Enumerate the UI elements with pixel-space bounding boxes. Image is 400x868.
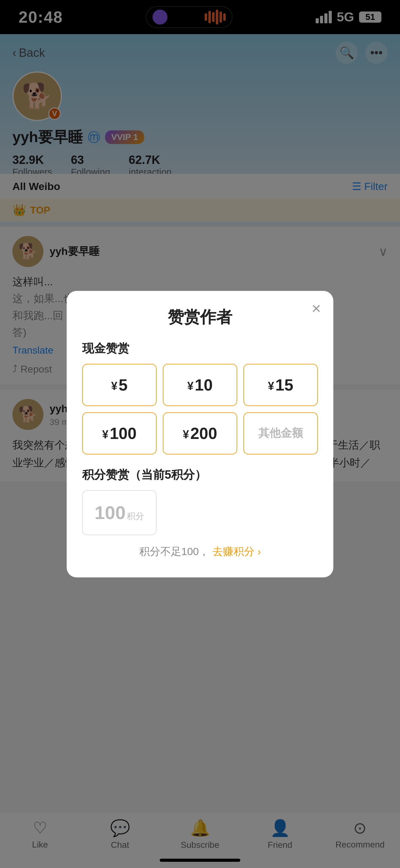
cash-section-label: 现金赞赏 [82,341,318,356]
points-grid: 100积分 [82,490,318,535]
points-100-button[interactable]: 100积分 [82,490,157,535]
modal-overlay[interactable]: × 赞赏作者 现金赞赏 ¥5 ¥10 ¥15 ¥100 ¥200 其他金额 积分… [0,0,400,868]
points-unit: 积分 [127,511,144,521]
insufficient-text: 积分不足100， [139,546,210,557]
amount-10-button[interactable]: ¥10 [163,364,237,406]
earn-points-link[interactable]: 去赚积分 › [212,546,261,557]
modal-close-button[interactable]: × [312,300,321,316]
amount-200-button[interactable]: ¥200 [163,412,237,455]
amount-5-button[interactable]: ¥5 [82,364,157,406]
modal-title: 赞赏作者 [82,306,318,328]
amount-15-button[interactable]: ¥15 [243,364,318,406]
points-number: 100 [95,502,126,523]
cash-amount-grid: ¥5 ¥10 ¥15 ¥100 ¥200 其他金额 [82,364,318,455]
points-section: 积分赞赏（当前5积分） 100积分 [82,467,318,535]
amount-100-button[interactable]: ¥100 [82,412,157,455]
amount-custom-button[interactable]: 其他金额 [243,412,318,455]
reward-modal: × 赞赏作者 现金赞赏 ¥5 ¥10 ¥15 ¥100 ¥200 其他金额 积分… [67,291,333,578]
points-section-label: 积分赞赏（当前5积分） [82,467,318,483]
earn-points-row: 积分不足100， 去赚积分 › [82,545,318,559]
